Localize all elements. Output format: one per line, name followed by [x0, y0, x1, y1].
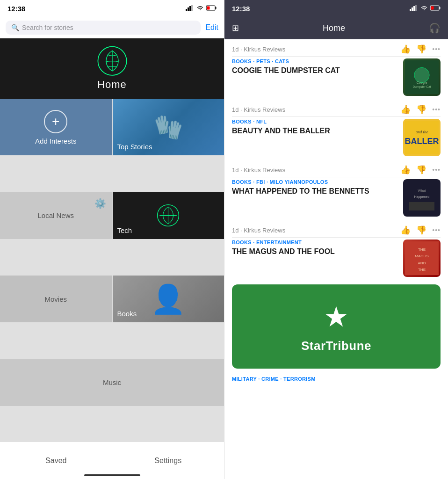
add-circle-icon: +	[44, 110, 67, 133]
book-cover-magus: THE MAGUS AND THE	[403, 240, 441, 277]
gear-icon[interactable]: ⚙️	[94, 198, 106, 209]
music-label: Music	[103, 378, 121, 386]
svg-text:What: What	[418, 189, 426, 193]
left-panel: 12:38 🔍 Search for stories Edit	[0, 0, 224, 479]
bottom-tags-row: MILITARY · CRIME · TERRORISM	[224, 372, 448, 385]
svg-text:and the: and the	[416, 130, 428, 134]
book-cover-baller: and the BALLER	[403, 119, 441, 156]
tech-item[interactable]: Tech	[113, 192, 224, 239]
thumbdown-1[interactable]: 👎	[416, 104, 426, 115]
story-card-2[interactable]: BOOKS · FBI · MILO YIANNOPOULOS WHAT HAP…	[224, 177, 448, 220]
books-item[interactable]: 👤 Books	[113, 276, 224, 322]
story-actions-1: 👍 👎 •••	[400, 104, 441, 115]
story-card-0[interactable]: BOOKS · PETS · CATS COOGIE THE DUMPSTER …	[224, 57, 448, 100]
thumbup-3[interactable]: 👍	[400, 225, 411, 235]
thumbup-0[interactable]: 👍	[400, 44, 411, 54]
story-thumbnail-1: and the BALLER	[403, 119, 441, 156]
books-label: Books	[117, 310, 137, 318]
svg-text:BALLER: BALLER	[405, 137, 439, 146]
settings-nav-button[interactable]: Settings	[112, 442, 224, 479]
story-card-1[interactable]: BOOKS · NFL BEAUTY AND THE BALLER and th…	[224, 117, 448, 160]
home-logo	[96, 44, 129, 79]
movies-label: Movies	[44, 295, 67, 303]
edit-button[interactable]: Edit	[205, 23, 218, 32]
svg-text:AND: AND	[418, 261, 426, 265]
add-interests-label: Add Interests	[35, 137, 76, 145]
search-placeholder-text: Search for stories	[22, 24, 73, 31]
star-tribune-text: StarTribune	[301, 339, 371, 353]
top-stories-item[interactable]: 🧤 Top Stories	[113, 99, 224, 155]
status-icons-left	[186, 4, 217, 13]
thumbup-2[interactable]: 👍	[400, 165, 411, 175]
svg-text:Coogie: Coogie	[417, 80, 427, 85]
local-news-item[interactable]: ⚙️ Local News	[0, 192, 112, 239]
story-content-1: BOOKS · NFL BEAUTY AND THE BALLER	[232, 119, 397, 136]
add-interests-item[interactable]: + Add Interests	[0, 99, 112, 155]
search-bar-container: 🔍 Search for stories Edit	[0, 17, 224, 38]
more-3[interactable]: •••	[432, 226, 441, 234]
more-2[interactable]: •••	[432, 166, 441, 174]
story-meta-0: 1d · Kirkus Reviews 👍 👎 •••	[224, 39, 448, 56]
svg-text:THE: THE	[418, 268, 426, 272]
story-card-3[interactable]: BOOKS · ENTERTAINMENT THE MAGUS AND THE …	[224, 238, 448, 281]
story-source-0: 1d · Kirkus Reviews	[232, 46, 285, 53]
right-header: ⊞ Home 🎧	[224, 17, 448, 39]
svg-rect-11	[410, 9, 411, 11]
home-indicator-left	[84, 474, 140, 476]
star-tribune-banner[interactable]: ★ StarTribune	[232, 284, 441, 369]
thumbdown-2[interactable]: 👎	[416, 165, 426, 175]
story-headline-0: COOGIE THE DUMPSTER CAT	[232, 66, 397, 76]
local-news-label: Local News	[37, 211, 74, 219]
thumbdown-0[interactable]: 👎	[416, 44, 426, 54]
thumbdown-3[interactable]: 👎	[416, 225, 426, 235]
story-thumbnail-2: What Happened	[403, 179, 441, 217]
story-thumbnail-3: THE MAGUS AND THE	[403, 240, 441, 277]
svg-rect-16	[440, 7, 441, 9]
more-0[interactable]: •••	[432, 45, 441, 53]
svg-rect-3	[191, 5, 193, 11]
story-actions-2: 👍 👎 •••	[400, 165, 441, 175]
svg-rect-1	[188, 7, 189, 11]
more-1[interactable]: •••	[432, 106, 441, 113]
top-stories-label: Top Stories	[117, 143, 152, 151]
time-left: 12:38	[7, 5, 25, 13]
saved-nav-button[interactable]: Saved	[0, 442, 112, 479]
search-bar[interactable]: 🔍 Search for stories	[6, 21, 201, 35]
story-meta-2: 1d · Kirkus Reviews 👍 👎 •••	[224, 160, 448, 177]
story-content-3: BOOKS · ENTERTAINMENT THE MAGUS AND THE …	[232, 240, 397, 257]
wifi-icon-right	[420, 4, 428, 13]
music-item[interactable]: Music	[0, 359, 224, 406]
wifi-icon	[196, 4, 204, 13]
story-meta-3: 1d · Kirkus Reviews 👍 👎 •••	[224, 220, 448, 237]
svg-rect-12	[412, 7, 413, 11]
right-panel: 12:38 ⊞ Home 🎧 1d · Kirkus Reviews 👍 👎	[224, 0, 448, 479]
book-cover-coogie: Coogie Dumpster Cat	[403, 58, 441, 96]
story-source-3: 1d · Kirkus Reviews	[232, 227, 285, 234]
svg-rect-13	[413, 6, 415, 11]
grid-icon[interactable]: ⊞	[232, 23, 239, 33]
tech-label: Tech	[117, 226, 132, 234]
story-source-1: 1d · Kirkus Reviews	[232, 106, 285, 113]
story-meta-1: 1d · Kirkus Reviews 👍 👎 •••	[224, 100, 448, 116]
home-banner[interactable]: Home	[0, 38, 224, 99]
headphone-icon[interactable]: 🎧	[429, 22, 441, 34]
story-content-2: BOOKS · FBI · MILO YIANNOPOULOS WHAT HAP…	[232, 179, 397, 196]
status-bar-right: 12:38	[224, 0, 448, 17]
svg-text:Dumpster Cat: Dumpster Cat	[413, 85, 431, 89]
star-icon: ★	[324, 300, 349, 333]
svg-rect-5	[216, 7, 217, 9]
search-icon: 🔍	[11, 24, 19, 31]
signal-icon-right	[410, 4, 418, 13]
time-right: 12:38	[232, 5, 250, 13]
svg-text:Happened: Happened	[414, 195, 429, 199]
person-icon: 👤	[151, 283, 186, 316]
battery-icon	[206, 4, 217, 13]
battery-icon-right	[430, 4, 441, 13]
movies-item[interactable]: Movies	[0, 276, 112, 322]
story-thumbnail-0: Coogie Dumpster Cat	[403, 58, 441, 96]
story-actions-0: 👍 👎 •••	[400, 44, 441, 54]
thumbup-1[interactable]: 👍	[400, 104, 411, 115]
story-headline-1: BEAUTY AND THE BALLER	[232, 126, 397, 136]
svg-rect-6	[207, 7, 210, 10]
story-headline-2: WHAT HAPPENED TO THE BENNETTS	[232, 187, 397, 196]
